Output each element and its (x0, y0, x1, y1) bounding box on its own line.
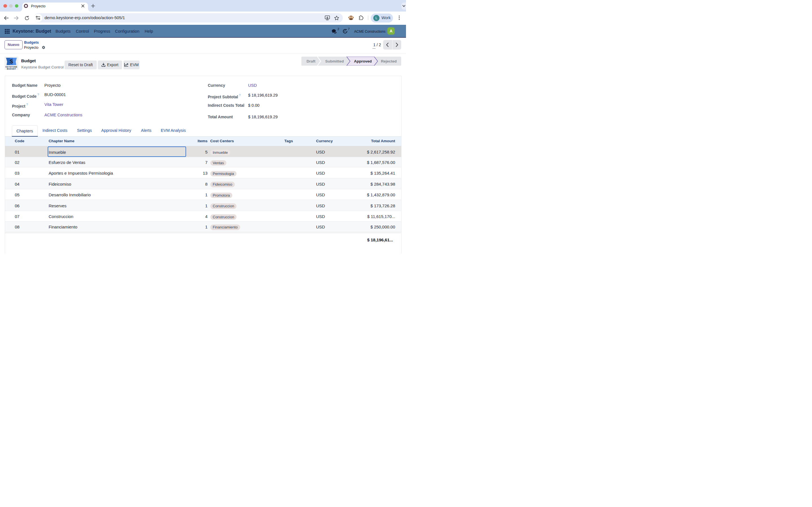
svg-text:Submitted: Submitted (325, 59, 344, 63)
svg-text:BUDGET: BUDGET (7, 68, 16, 70)
svg-text:Approved: Approved (354, 59, 371, 63)
svg-text:Draft: Draft (306, 59, 315, 63)
svg-text:$: $ (10, 58, 13, 64)
svg-text:Rejected: Rejected (380, 59, 396, 63)
